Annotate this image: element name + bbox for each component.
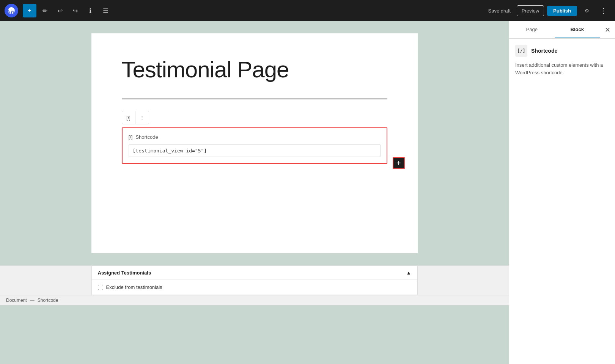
- sidebar-block-title-row: [/] Shortcode: [515, 45, 609, 57]
- exclude-testimonials-text: Exclude from testimonials: [106, 284, 162, 290]
- more-options-button[interactable]: ⋮: [597, 4, 610, 17]
- shortcode-block: [/] Shortcode +: [122, 127, 387, 164]
- sidebar-close-button[interactable]: ✕: [600, 22, 615, 38]
- meta-box: Assigned Testimonials ▲ Exclude from tes…: [91, 266, 418, 295]
- main-toolbar: + ✏ ↩ ↪ ℹ ☰ Save draft Preview Publish ⚙…: [0, 0, 615, 21]
- sidebar: Page Block ✕ [/] Shortcode Insert additi…: [509, 21, 615, 364]
- shortcode-block-icon-button[interactable]: [/]: [122, 111, 135, 124]
- sidebar-content: [/] Shortcode Insert additional custom e…: [509, 39, 615, 82]
- tab-page[interactable]: Page: [509, 21, 555, 38]
- meta-box-header[interactable]: Assigned Testimonials ▲: [92, 266, 417, 280]
- preview-button[interactable]: Preview: [517, 5, 544, 16]
- shortcode-block-header-label: Shortcode: [135, 134, 158, 140]
- sidebar-tabs: Page Block ✕: [509, 21, 615, 39]
- undo-button[interactable]: ↩: [53, 4, 67, 17]
- list-view-button[interactable]: ☰: [99, 4, 112, 17]
- status-block-label: Shortcode: [38, 298, 58, 303]
- editor-area: Testimonial Page [/] ⋮ [/] Shortcode +: [0, 21, 509, 364]
- save-draft-button[interactable]: Save draft: [485, 6, 514, 16]
- meta-box-title: Assigned Testimonials: [98, 270, 151, 276]
- sidebar-block-name: Shortcode: [531, 48, 557, 54]
- meta-box-toggle-icon: ▲: [406, 270, 411, 276]
- exclude-testimonials-checkbox[interactable]: [98, 285, 103, 290]
- status-document-label: Document: [6, 298, 27, 303]
- meta-box-content: Exclude from testimonials: [92, 280, 417, 295]
- publish-button[interactable]: Publish: [547, 6, 577, 16]
- toolbar-right: Save draft Preview Publish ⚙ ⋮: [485, 4, 610, 17]
- tools-button[interactable]: ✏: [38, 4, 52, 17]
- wp-logo-icon: [8, 7, 15, 14]
- editor-canvas: Testimonial Page [/] ⋮ [/] Shortcode +: [91, 33, 418, 253]
- settings-button[interactable]: ⚙: [580, 4, 594, 17]
- status-bar: Document — Shortcode: [0, 295, 509, 305]
- wp-logo-button[interactable]: [5, 4, 18, 17]
- block-more-options-button[interactable]: ⋮: [135, 111, 149, 124]
- separator: [122, 99, 387, 99]
- redo-button[interactable]: ↪: [68, 4, 82, 17]
- sidebar-block-description: Insert additional custom elements with a…: [515, 61, 609, 76]
- exclude-testimonials-label: Exclude from testimonials: [98, 284, 411, 290]
- sidebar-block-icon: [/]: [515, 45, 527, 57]
- tab-block[interactable]: Block: [555, 21, 600, 38]
- info-button[interactable]: ℹ: [83, 4, 97, 17]
- add-block-after-button[interactable]: +: [393, 157, 405, 169]
- meta-box-area: Assigned Testimonials ▲ Exclude from tes…: [0, 265, 509, 295]
- main-layout: Testimonial Page [/] ⋮ [/] Shortcode +: [0, 21, 615, 364]
- block-toolbar: [/] ⋮: [122, 111, 387, 124]
- shortcode-block-header: [/] Shortcode: [129, 134, 381, 140]
- add-block-toolbar-button[interactable]: +: [23, 4, 36, 17]
- shortcode-input[interactable]: [129, 144, 381, 157]
- page-title: Testimonial Page: [122, 56, 387, 83]
- shortcode-block-header-icon: [/]: [129, 134, 133, 140]
- status-separator: —: [30, 298, 35, 303]
